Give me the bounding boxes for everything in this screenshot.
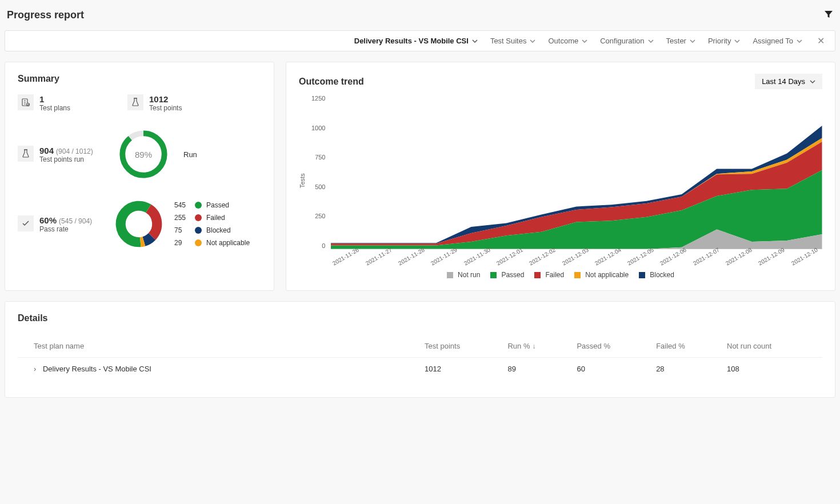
- filter-plan-label: Delivery Results - VS Mobile CSI: [354, 37, 469, 45]
- row-passed: 60: [572, 358, 651, 381]
- range-dropdown[interactable]: Last 14 Days: [755, 74, 822, 89]
- legend-failed-label: Failed: [206, 214, 225, 222]
- pass-label: Pass rate: [39, 225, 92, 233]
- chevron-down-icon: [648, 38, 654, 44]
- table-row[interactable]: › Delivery Results - VS Mobile CSI 1012 …: [18, 358, 822, 381]
- col-run[interactable]: Run %↓: [503, 334, 572, 358]
- col-points[interactable]: Test points: [420, 334, 503, 358]
- page-title: Progress report: [7, 9, 84, 21]
- swatch-na: [195, 239, 202, 246]
- legend-blocked: Blocked: [650, 271, 674, 279]
- filter-configuration[interactable]: Configuration: [600, 37, 653, 45]
- legend-passed-n: 545: [174, 201, 190, 209]
- stat-pass-rate: 60%(545 / 904) Pass rate: [18, 215, 103, 233]
- ytick: 0: [311, 242, 325, 249]
- test-plans-label: Test plans: [39, 104, 70, 112]
- test-points-label: Test points: [149, 104, 182, 112]
- filter-plan[interactable]: Delivery Results - VS Mobile CSI: [354, 37, 478, 45]
- chevron-right-icon[interactable]: ›: [34, 365, 36, 373]
- test-plan-icon: [18, 94, 34, 110]
- legend-na: Not applicable: [585, 271, 629, 279]
- trend-plot: [331, 95, 822, 249]
- chevron-down-icon: [582, 38, 587, 44]
- filter-outcome[interactable]: Outcome: [548, 37, 587, 45]
- run-donut: 89%: [118, 129, 169, 179]
- ytick: 750: [311, 154, 325, 161]
- stat-test-plans: 1 Test plans: [18, 94, 70, 112]
- row-notrun: 108: [722, 358, 822, 381]
- ytick: 1250: [311, 95, 325, 102]
- col-failed[interactable]: Failed %: [651, 334, 722, 358]
- filter-bar: Delivery Results - VS Mobile CSI Test Su…: [5, 30, 835, 51]
- filter-label: Outcome: [548, 37, 578, 45]
- chevron-down-icon: [797, 38, 802, 44]
- sort-down-icon: ↓: [532, 342, 535, 350]
- stat-test-points: 1012 Test points: [127, 94, 182, 112]
- swatch-passed: [195, 202, 202, 209]
- row-run: 89: [503, 358, 572, 381]
- filter-label: Assigned To: [753, 37, 793, 45]
- legend-na-label: Not applicable: [206, 239, 250, 247]
- range-label: Last 14 Days: [762, 77, 805, 86]
- run-word: Run: [183, 150, 197, 159]
- legend-passed: Passed: [501, 271, 524, 279]
- filter-tester[interactable]: Tester: [666, 37, 695, 45]
- pass-legend: 545Passed 255Failed 75Blocked 29Not appl…: [174, 201, 250, 247]
- legend-blocked-n: 75: [174, 226, 190, 234]
- chevron-down-icon: [690, 38, 695, 44]
- col-notrun[interactable]: Not run count: [722, 334, 822, 358]
- filter-test-suites[interactable]: Test Suites: [490, 37, 536, 45]
- swatch-notrun: [447, 272, 453, 278]
- legend-failed: Failed: [545, 271, 564, 279]
- row-name: Delivery Results - VS Mobile CSI: [43, 365, 151, 373]
- chevron-down-icon: [530, 38, 535, 44]
- trend-title: Outcome trend: [299, 77, 364, 87]
- legend-blocked-label: Blocked: [206, 226, 231, 234]
- details-table: Test plan name Test points Run %↓ Passed…: [18, 334, 822, 380]
- swatch-na: [574, 272, 581, 278]
- summary-card: Summary 1 Test plans 1012 Test points: [5, 62, 274, 291]
- filter-assigned-to[interactable]: Assigned To: [753, 37, 802, 45]
- check-icon: [18, 215, 34, 231]
- filter-label: Priority: [708, 37, 731, 45]
- row-failed: 28: [651, 358, 722, 381]
- swatch-failed: [534, 272, 541, 278]
- ytick: 1000: [311, 125, 325, 131]
- run-pct: 89%: [118, 129, 169, 179]
- filter-icon[interactable]: [824, 10, 833, 21]
- run-label: Test points run: [39, 155, 93, 163]
- chevron-down-icon: [472, 38, 478, 44]
- run-value: 904: [39, 146, 54, 155]
- test-point-icon: [127, 94, 143, 110]
- ytick: 250: [311, 213, 325, 219]
- trend-legend: Not run Passed Failed Not applicable Blo…: [299, 271, 822, 279]
- trend-chart: Tests 1250 1000 750 500 250 0 2021-11-26…: [299, 95, 822, 266]
- pass-sub: (545 / 904): [59, 217, 92, 225]
- test-plans-value: 1: [39, 94, 70, 104]
- swatch-passed: [490, 272, 497, 278]
- trend-card: Outcome trend Last 14 Days Tests 1250 10…: [286, 62, 835, 291]
- filter-priority[interactable]: Priority: [708, 37, 740, 45]
- filter-label: Configuration: [600, 37, 644, 45]
- row-points: 1012: [420, 358, 503, 381]
- filter-label: Test Suites: [490, 37, 527, 45]
- clear-filters-button[interactable]: ✕: [815, 35, 827, 46]
- col-passed[interactable]: Passed %: [572, 334, 651, 358]
- col-run-label: Run %: [507, 342, 530, 350]
- y-axis: 1250 1000 750 500 250 0: [309, 95, 327, 249]
- chevron-down-icon: [734, 38, 740, 44]
- summary-title: Summary: [18, 74, 261, 84]
- swatch-blocked: [639, 272, 645, 278]
- legend-failed-n: 255: [174, 214, 190, 222]
- x-axis: 2021-11-262021-11-272021-11-282021-11-29…: [331, 249, 822, 255]
- run-sub: (904 / 1012): [56, 147, 93, 155]
- chevron-down-icon: [810, 79, 815, 85]
- legend-passed-label: Passed: [206, 201, 229, 209]
- legend-notrun: Not run: [458, 271, 480, 279]
- col-name[interactable]: Test plan name: [18, 334, 420, 358]
- pass-value: 60%: [39, 215, 57, 225]
- legend-na-n: 29: [174, 239, 190, 247]
- ytick: 500: [311, 183, 325, 190]
- details-card: Details Test plan name Test points Run %…: [5, 301, 835, 398]
- filter-label: Tester: [666, 37, 686, 45]
